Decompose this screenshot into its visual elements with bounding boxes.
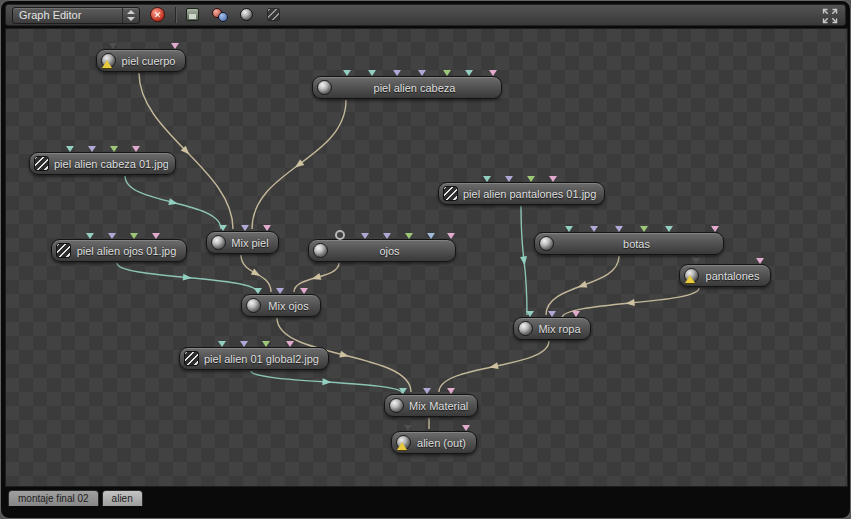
connector-pink[interactable] [711, 226, 719, 232]
connector-teal[interactable] [343, 70, 351, 76]
sphere-node-icon[interactable] [237, 6, 257, 24]
connector-pink[interactable] [462, 425, 470, 431]
connector-pink[interactable] [286, 341, 294, 347]
shader-icon [211, 235, 226, 250]
node-mix-ojos[interactable]: Mix ojos [241, 294, 321, 317]
toolbar-separator [175, 7, 176, 23]
node-piel-alien-cabeza[interactable]: piel alien cabeza [312, 76, 502, 99]
connector-purple[interactable] [383, 233, 391, 239]
texture-icon [34, 156, 49, 171]
node-mix-piel[interactable]: Mix piel [206, 231, 279, 254]
connector-purple[interactable] [241, 225, 249, 231]
connector-pink[interactable] [489, 70, 497, 76]
connector-pink[interactable] [132, 146, 140, 152]
connector-teal[interactable] [219, 225, 227, 231]
connector-green[interactable] [443, 70, 451, 76]
connector-purple[interactable] [276, 288, 284, 294]
connector-pink[interactable] [300, 288, 308, 294]
node-piel-alien-pantalones-01-jpg[interactable]: piel alien pantalones 01.jpg [438, 182, 605, 205]
node-piel-alien-cabeza-01-jpg[interactable]: piel alien cabeza 01.jpg [29, 152, 176, 175]
node-label: piel alien cabeza 01.jpg [52, 158, 168, 170]
node-mix-ropa[interactable]: Mix ropa [513, 317, 591, 340]
tab-montaje-final-02[interactable]: montaje final 02 [8, 490, 99, 506]
connector-green[interactable] [527, 176, 535, 182]
connector-dark[interactable] [109, 43, 117, 49]
connector-teal[interactable] [66, 146, 74, 152]
graph-editor-window: Graph Editor piel cuerpopiel alien cabez… [0, 0, 851, 519]
connector-pink[interactable] [447, 233, 455, 239]
node-label: botas [557, 238, 716, 250]
connector-teal[interactable] [368, 70, 376, 76]
save-image-icon[interactable] [183, 6, 203, 24]
connector-purple[interactable] [505, 176, 513, 182]
connector-teal[interactable] [665, 226, 673, 232]
connector-purple[interactable] [548, 311, 556, 317]
connector-teal[interactable] [399, 388, 407, 394]
node-piel-cuerpo[interactable]: piel cuerpo [96, 49, 186, 72]
node-label: piel alien pantalones 01.jpg [461, 188, 597, 200]
shader-icon [313, 243, 328, 258]
connector-purple[interactable] [418, 70, 426, 76]
connector-purple[interactable] [240, 341, 248, 347]
connector-pink[interactable] [263, 225, 271, 231]
material-icon [684, 268, 699, 283]
connector-purple[interactable] [88, 146, 96, 152]
node-mix-material[interactable]: Mix Material [384, 394, 478, 417]
node-label: alien (out) [414, 437, 469, 449]
connector-circle[interactable] [335, 230, 345, 240]
material-icon [101, 53, 116, 68]
node-label: piel alien ojos 01.jpg [74, 245, 179, 257]
node-pantalones[interactable]: pantalones [679, 264, 771, 287]
connector-purple[interactable] [361, 233, 369, 239]
connector-purple[interactable] [393, 70, 401, 76]
connector-blue[interactable] [427, 233, 435, 239]
color-nodes-icon[interactable] [210, 6, 230, 24]
texture-node-icon[interactable] [264, 6, 284, 24]
connector-purple[interactable] [423, 388, 431, 394]
connector-teal[interactable] [565, 226, 573, 232]
node-alien-out[interactable]: alien (out) [391, 431, 477, 454]
connector-pink[interactable] [549, 176, 557, 182]
connector-pink[interactable] [152, 233, 160, 239]
connector-green[interactable] [405, 233, 413, 239]
connector-teal[interactable] [483, 176, 491, 182]
node-ojos[interactable]: ojos [308, 239, 456, 262]
connector-green[interactable] [110, 146, 118, 152]
connector-dark[interactable] [404, 425, 412, 431]
connector-teal[interactable] [218, 341, 226, 347]
connector-teal[interactable] [254, 288, 262, 294]
shader-icon [389, 398, 404, 413]
graph-canvas[interactable]: piel cuerpopiel alien cabezapiel alien c… [5, 28, 848, 487]
node-piel-alien-01-global2-jpg[interactable]: piel alien 01 global2.jpg [179, 347, 329, 370]
node-label: Mix Material [407, 400, 470, 412]
connector-green[interactable] [640, 226, 648, 232]
connector-pink[interactable] [171, 43, 179, 49]
connector-teal[interactable] [86, 233, 94, 239]
wire-arrow [489, 362, 499, 369]
connector-green[interactable] [262, 341, 270, 347]
node-label: Mix ojos [264, 300, 313, 312]
connector-green[interactable] [130, 233, 138, 239]
wire-arrow [251, 268, 261, 275]
connector-dark[interactable] [692, 258, 700, 264]
connector-teal[interactable] [465, 70, 473, 76]
connector-teal[interactable] [526, 311, 534, 317]
node-botas[interactable]: botas [534, 232, 724, 255]
connector-purple[interactable] [590, 226, 598, 232]
node-label: ojos [331, 245, 448, 257]
connector-pink[interactable] [447, 388, 455, 394]
toolbar: Graph Editor [5, 4, 846, 26]
connector-purple[interactable] [615, 226, 623, 232]
delete-node-icon[interactable] [148, 6, 168, 24]
connector-purple[interactable] [108, 233, 116, 239]
connector-pink[interactable] [756, 258, 764, 264]
expand-icon[interactable] [822, 8, 838, 24]
texture-icon [443, 186, 458, 201]
connector-pink[interactable] [572, 311, 580, 317]
tab-alien[interactable]: alien [102, 490, 143, 506]
dropdown-arrows-icon[interactable] [122, 8, 139, 23]
node-label: pantalones [702, 270, 763, 282]
node-piel-alien-ojos-01-jpg[interactable]: piel alien ojos 01.jpg [51, 239, 187, 262]
shader-icon [539, 236, 554, 251]
editor-type-dropdown[interactable]: Graph Editor [12, 7, 140, 24]
